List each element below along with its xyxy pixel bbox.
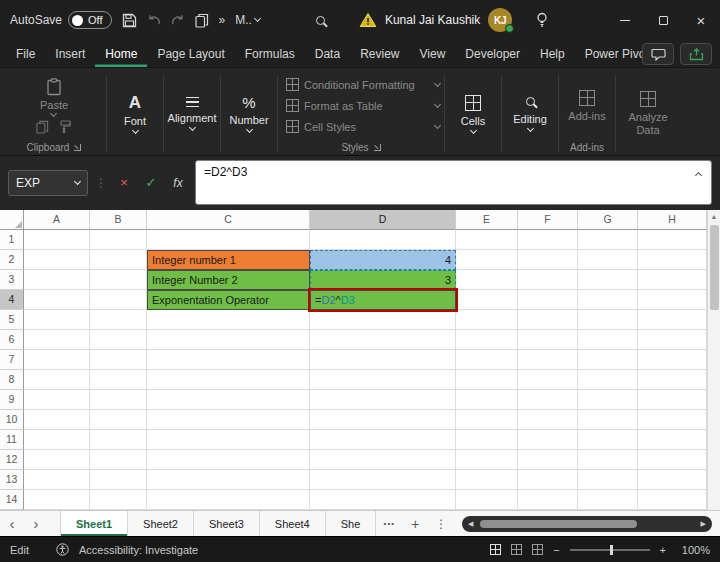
cell-D12[interactable]	[310, 450, 456, 470]
cell-B4[interactable]	[90, 290, 147, 310]
menu-tab-formulas[interactable]: Formulas	[235, 40, 305, 67]
styles-item-cell-styles[interactable]: Cell Styles	[286, 117, 440, 136]
select-all-corner[interactable]	[0, 210, 24, 230]
cell-F5[interactable]	[518, 310, 578, 330]
cell-B14[interactable]	[90, 490, 147, 510]
cell-F4[interactable]	[518, 290, 578, 310]
quick-access-overflow-button[interactable]: M..	[235, 13, 260, 27]
cell-C8[interactable]	[147, 370, 310, 390]
cell-F1[interactable]	[518, 230, 578, 250]
cell-D7[interactable]	[310, 350, 456, 370]
formula-bar-collapse-icon[interactable]	[695, 172, 702, 179]
cell-E5[interactable]	[456, 310, 518, 330]
cell-B2[interactable]	[90, 250, 147, 270]
insert-function-button[interactable]: fx	[168, 176, 188, 190]
cell-B12[interactable]	[90, 450, 147, 470]
cell-D6[interactable]	[310, 330, 456, 350]
font-group-button[interactable]: A Font	[111, 72, 159, 155]
cell-H8[interactable]	[638, 370, 707, 390]
column-header-D[interactable]: D	[310, 210, 456, 230]
editing-group-button[interactable]: Editing	[506, 72, 554, 155]
row-header-13[interactable]: 13	[0, 470, 24, 490]
cell-F12[interactable]	[518, 450, 578, 470]
cell-B10[interactable]	[90, 410, 147, 430]
row-header-5[interactable]: 5	[0, 310, 24, 330]
cell-G8[interactable]	[578, 370, 638, 390]
share-button[interactable]	[680, 43, 712, 65]
cell-F13[interactable]	[518, 470, 578, 490]
cell-H9[interactable]	[638, 390, 707, 410]
addins-button[interactable]: Add-ins	[563, 72, 611, 139]
close-button[interactable]: ×	[682, 0, 720, 40]
cell-H10[interactable]	[638, 410, 707, 430]
account-area[interactable]: Kunal Jai Kaushik KJ	[359, 8, 512, 32]
sheet-tab-sheet4[interactable]: Sheet4	[260, 511, 326, 536]
cell-B5[interactable]	[90, 310, 147, 330]
cell-C12[interactable]	[147, 450, 310, 470]
cell-G7[interactable]	[578, 350, 638, 370]
cell-B6[interactable]	[90, 330, 147, 350]
cell-A14[interactable]	[24, 490, 90, 510]
sheet-tab-sheet2[interactable]: Sheet2	[128, 511, 194, 536]
cell-A1[interactable]	[24, 230, 90, 250]
cell-H5[interactable]	[638, 310, 707, 330]
cell-H3[interactable]	[638, 270, 707, 290]
cell-D13[interactable]	[310, 470, 456, 490]
row-header-1[interactable]: 1	[0, 230, 24, 250]
sheet-options-button[interactable]: ⋮	[428, 511, 454, 536]
cell-E8[interactable]	[456, 370, 518, 390]
row-header-14[interactable]: 14	[0, 490, 24, 510]
cell-G5[interactable]	[578, 310, 638, 330]
maximize-button[interactable]	[644, 0, 682, 40]
cell-C5[interactable]	[147, 310, 310, 330]
cell-C2[interactable]: Integer number 1	[147, 250, 310, 270]
menu-tab-help[interactable]: Help	[530, 40, 575, 67]
minimize-button[interactable]	[606, 0, 644, 40]
cell-H7[interactable]	[638, 350, 707, 370]
cell-H12[interactable]	[638, 450, 707, 470]
cell-E3[interactable]	[456, 270, 518, 290]
cell-A13[interactable]	[24, 470, 90, 490]
zoom-in-button[interactable]: +	[660, 544, 666, 556]
cell-H1[interactable]	[638, 230, 707, 250]
formula-input[interactable]: =D2^D3	[195, 160, 712, 205]
cancel-button[interactable]: ×	[114, 175, 134, 190]
cell-G2[interactable]	[578, 250, 638, 270]
cell-D9[interactable]	[310, 390, 456, 410]
copy-button[interactable]	[195, 13, 209, 28]
scroll-left-icon[interactable]: ◀	[468, 520, 473, 528]
cell-B11[interactable]	[90, 430, 147, 450]
accessibility-status[interactable]: Accessibility: Investigate	[79, 544, 198, 556]
cell-A11[interactable]	[24, 430, 90, 450]
cell-F2[interactable]	[518, 250, 578, 270]
row-header-8[interactable]: 8	[0, 370, 24, 390]
cell-E1[interactable]	[456, 230, 518, 250]
cell-D8[interactable]	[310, 370, 456, 390]
cell-E4[interactable]	[456, 290, 518, 310]
search-button[interactable]	[316, 16, 325, 25]
menu-tab-data[interactable]: Data	[305, 40, 350, 67]
cell-C10[interactable]	[147, 410, 310, 430]
styles-item-format-as-table[interactable]: Format as Table	[286, 96, 440, 115]
tell-me-button[interactable]	[536, 12, 548, 28]
column-header-C[interactable]: C	[147, 210, 310, 230]
cell-E9[interactable]	[456, 390, 518, 410]
cell-G11[interactable]	[578, 430, 638, 450]
cell-C3[interactable]: Integer Number 2	[147, 270, 310, 290]
menu-tab-file[interactable]: File	[6, 40, 45, 67]
cell-E13[interactable]	[456, 470, 518, 490]
undo-button[interactable]	[147, 14, 161, 27]
cells-group-button[interactable]: Cells	[449, 72, 497, 155]
column-header-F[interactable]: F	[518, 210, 578, 230]
cell-E7[interactable]	[456, 350, 518, 370]
normal-view-icon[interactable]	[490, 544, 501, 555]
cell-B13[interactable]	[90, 470, 147, 490]
name-box[interactable]: EXP	[8, 170, 88, 196]
copy-small-button[interactable]	[36, 120, 49, 134]
menu-tab-review[interactable]: Review	[350, 40, 409, 67]
cell-D2[interactable]: 4	[310, 250, 456, 270]
scroll-right-icon[interactable]: ▶	[701, 520, 706, 528]
cell-G14[interactable]	[578, 490, 638, 510]
menu-tab-view[interactable]: View	[410, 40, 456, 67]
paste-button[interactable]: Paste	[40, 78, 68, 116]
